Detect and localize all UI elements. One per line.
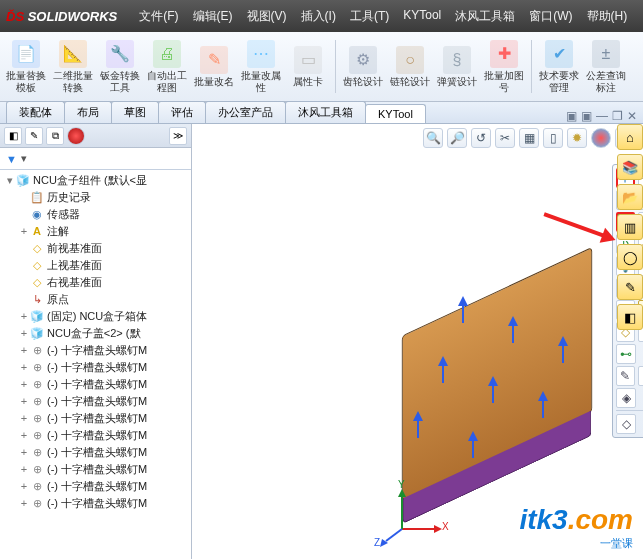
win-btn[interactable]: ▣ [581, 109, 592, 123]
logo-ds-icon: ĎS [6, 9, 24, 24]
section-view-icon[interactable]: ✂ [495, 128, 515, 148]
tree-item[interactable]: +⊕(-) 十字槽盘头螺钉M [0, 427, 191, 444]
appearances-icon[interactable]: ◯ [617, 244, 643, 270]
ribbon-button[interactable]: ±公差查询标注 [584, 34, 628, 99]
expand-icon[interactable]: + [18, 444, 30, 461]
panel-tab-icon[interactable]: ⧉ [46, 127, 64, 145]
menu-item[interactable]: 编辑(E) [193, 8, 233, 25]
win-btn[interactable]: ✕ [627, 109, 637, 123]
expand-icon[interactable]: + [18, 359, 30, 376]
tree-item[interactable]: +⊕(-) 十字槽盘头螺钉M [0, 342, 191, 359]
expand-icon[interactable]: + [18, 427, 30, 444]
expand-icon[interactable]: + [18, 393, 30, 410]
file-explorer-icon[interactable]: 📂 [617, 184, 643, 210]
expand-icon[interactable]: + [18, 461, 30, 478]
tree-item[interactable]: +⊕(-) 十字槽盘头螺钉M [0, 495, 191, 512]
view-orient-icon[interactable]: ▦ [519, 128, 539, 148]
expand-icon[interactable]: + [18, 325, 30, 342]
tree-item[interactable]: +⊕(-) 十字槽盘头螺钉M [0, 478, 191, 495]
panel-collapse-icon[interactable]: ≫ [169, 127, 187, 145]
win-btn[interactable]: ― [596, 109, 608, 123]
zoom-area-icon[interactable]: 🔎 [447, 128, 467, 148]
panel-tab-icon[interactable]: ◧ [4, 127, 22, 145]
ribbon-button[interactable]: ⋯批量改属性 [239, 34, 283, 99]
command-tab[interactable]: 装配体 [6, 101, 65, 123]
ribbon-button[interactable]: ⚙齿轮设计 [341, 34, 385, 99]
tree-item[interactable]: +A注解 [0, 223, 191, 240]
hide-all-icon[interactable]: ◇ [616, 414, 636, 434]
panel-tab-icon[interactable]: ✎ [25, 127, 43, 145]
command-tab[interactable]: 办公室产品 [205, 101, 286, 123]
display-style-icon[interactable]: ▯ [543, 128, 563, 148]
zoom-fit-icon[interactable]: 🔍 [423, 128, 443, 148]
graphics-viewport[interactable]: 🔍 🔎 ↺ ✂ ▦ ▯ ✹ ▾ ⊹┼ ▤◆ ↗✱ ʋ◇ 💡A [192, 124, 643, 559]
ribbon-button[interactable]: ▭属性卡 [286, 34, 330, 99]
menu-item[interactable]: 工具(T) [350, 8, 389, 25]
tree-item[interactable]: ◇右视基准面 [0, 274, 191, 291]
command-tab[interactable]: KYTool [365, 104, 426, 123]
view-routing-icon[interactable]: ⊷ [616, 344, 636, 364]
expand-icon[interactable]: + [18, 410, 30, 427]
tree-root[interactable]: ▾🧊NCU盒子组件 (默认<显 [0, 172, 191, 189]
tree-item[interactable]: ◇上视基准面 [0, 257, 191, 274]
design-library-icon[interactable]: 📚 [617, 154, 643, 180]
tree-item[interactable]: 📋历史记录 [0, 189, 191, 206]
tree-item[interactable]: +⊕(-) 十字槽盘头螺钉M [0, 393, 191, 410]
ribbon-button[interactable]: ✎批量改名 [192, 34, 236, 99]
prev-view-icon[interactable]: ↺ [471, 128, 491, 148]
ribbon-button[interactable]: 🔧钣金转换工具 [98, 34, 142, 99]
ribbon-button[interactable]: §弹簧设计 [435, 34, 479, 99]
win-btn[interactable]: ▣ [566, 109, 577, 123]
ribbon-button[interactable]: ✚批量加图号 [482, 34, 526, 99]
tree-item[interactable]: +⊕(-) 十字槽盘头螺钉M [0, 461, 191, 478]
tree-item-label: (-) 十字槽盘头螺钉M [47, 427, 147, 444]
ribbon-icon: 🔧 [106, 40, 134, 68]
custom-props-icon[interactable]: ✎ [617, 274, 643, 300]
tree-item[interactable]: +🧊NCU盒子盖<2> (默 [0, 325, 191, 342]
scene-icon[interactable] [591, 128, 611, 148]
view-weld-icon[interactable]: ◈ [616, 388, 636, 408]
tree-item[interactable]: ◇前视基准面 [0, 240, 191, 257]
expand-icon[interactable]: + [18, 223, 30, 240]
ribbon-button[interactable]: 🖨自动出工程图 [145, 34, 189, 99]
win-btn[interactable]: ❐ [612, 109, 623, 123]
expand-icon[interactable]: + [18, 342, 30, 359]
forum-icon[interactable]: ◧ [617, 304, 643, 330]
tree-item[interactable]: ↳原点 [0, 291, 191, 308]
tree-item[interactable]: ◉传感器 [0, 206, 191, 223]
tree-item[interactable]: +⊕(-) 十字槽盘头螺钉M [0, 410, 191, 427]
appearance-tab-icon[interactable] [67, 127, 85, 145]
menu-item[interactable]: 沐风工具箱 [455, 8, 515, 25]
expand-icon[interactable]: ▾ [4, 172, 16, 189]
command-tab[interactable]: 草图 [111, 101, 159, 123]
tree-filter[interactable]: ▼ ▾ [0, 148, 191, 170]
tree-item[interactable]: +⊕(-) 十字槽盘头螺钉M [0, 359, 191, 376]
expand-icon[interactable]: + [18, 478, 30, 495]
command-tab[interactable]: 布局 [64, 101, 112, 123]
menu-item[interactable]: 插入(I) [301, 8, 336, 25]
tree-item[interactable]: +⊕(-) 十字槽盘头螺钉M [0, 376, 191, 393]
expand-icon[interactable]: + [18, 308, 30, 325]
hide-show-icon[interactable]: ✹ [567, 128, 587, 148]
expand-icon[interactable]: + [18, 495, 30, 512]
tree-item[interactable]: +⊕(-) 十字槽盘头螺钉M [0, 444, 191, 461]
view-palette-icon[interactable]: ▥ [617, 214, 643, 240]
ribbon-button[interactable]: ✔技术要求管理 [537, 34, 581, 99]
menu-item[interactable]: 文件(F) [139, 8, 178, 25]
tree-item[interactable]: +🧊(固定) NCU盒子箱体 [0, 308, 191, 325]
menu-item[interactable]: 窗口(W) [529, 8, 572, 25]
ribbon-button[interactable]: ○链轮设计 [388, 34, 432, 99]
view-3dsketch-icon[interactable]: ✐ [638, 366, 644, 386]
menu-item[interactable]: KYTool [403, 8, 441, 25]
ribbon-button[interactable]: 📄批量替换模板 [4, 34, 48, 99]
tree-item-icon: 🧊 [30, 327, 44, 341]
command-tab[interactable]: 沐风工具箱 [285, 101, 366, 123]
command-tab[interactable]: 评估 [158, 101, 206, 123]
menu-item[interactable]: 帮助(H) [587, 8, 628, 25]
menu-item[interactable]: 视图(V) [247, 8, 287, 25]
resources-tab-icon[interactable]: ⌂ [617, 124, 643, 150]
view-sketches-icon[interactable]: ✎ [616, 366, 635, 386]
expand-icon[interactable]: + [18, 376, 30, 393]
ribbon-label: 齿轮设计 [343, 76, 383, 88]
ribbon-button[interactable]: 📐二维批量转换 [51, 34, 95, 99]
